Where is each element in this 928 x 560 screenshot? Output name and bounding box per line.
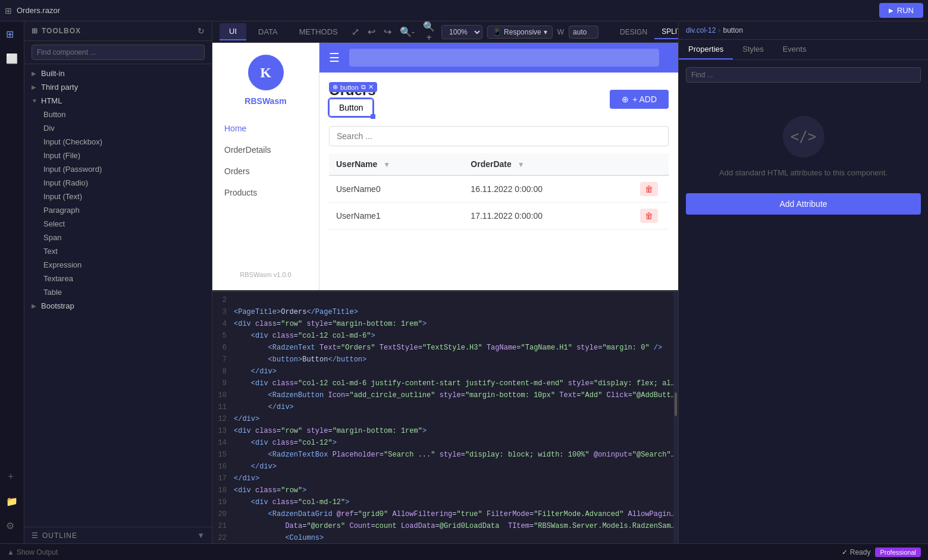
selected-button[interactable]: Button <box>329 99 373 117</box>
tree-item-built-in[interactable]: ▶ Built-in <box>24 67 212 80</box>
line-number: 10 <box>212 389 234 401</box>
breadcrumb-parent[interactable]: div.col-12 <box>686 26 716 34</box>
fullscreen-button[interactable]: ⤢ <box>350 24 361 39</box>
tree-item-select[interactable]: Select <box>24 217 212 231</box>
add-icon[interactable]: ＋ <box>4 468 20 485</box>
code-line: 20 <RadzenDataGrid @ref="grid0" AllowFil… <box>212 508 678 520</box>
orderdate-filter-icon[interactable]: ▼ <box>518 161 525 169</box>
tree-item-input-checkbox[interactable]: Input (Checkbox) <box>24 135 212 149</box>
tree-item-expression[interactable]: Expression <box>24 258 212 272</box>
check-icon: ✓ <box>842 548 848 556</box>
folder-icon[interactable]: 📁 <box>4 493 20 509</box>
nav-item-orders[interactable]: Orders <box>212 161 319 182</box>
toolbox-title-text: TOOLBOX <box>42 27 81 35</box>
toolbox-refresh-button[interactable]: ↻ <box>197 26 205 36</box>
line-number: 3 <box>212 306 234 318</box>
tree-label: Bootstrap <box>41 301 74 310</box>
line-code: <PageTitle>Orders</PageTitle> <box>234 306 678 318</box>
delete-button[interactable]: 🗑 <box>640 182 658 196</box>
zoom-select[interactable]: 100% <box>441 25 482 39</box>
redo-button[interactable]: ↪ <box>382 24 393 39</box>
outline-label: OUTLINE <box>42 531 77 540</box>
tree-item-input-password[interactable]: Input (Password) <box>24 162 212 176</box>
run-label: RUN <box>897 6 914 15</box>
nav-item-home[interactable]: Home <box>212 118 319 139</box>
tree-item-html[interactable]: ▼ HTML <box>24 94 212 108</box>
line-number: 15 <box>212 449 234 461</box>
width-input[interactable] <box>569 26 598 39</box>
delete-button[interactable]: 🗑 <box>640 209 658 223</box>
tree-item-paragraph[interactable]: Paragraph <box>24 203 212 217</box>
show-output-toggle[interactable]: ▲ Show Output <box>7 548 58 556</box>
resize-handle[interactable] <box>371 114 375 119</box>
chevron-down-icon[interactable]: ▼ <box>197 531 205 540</box>
zoom-out-button[interactable]: 🔍- <box>398 24 416 39</box>
tree-item-input-text[interactable]: Input (Text) <box>24 190 212 203</box>
tab-data[interactable]: DATA <box>249 24 287 40</box>
toolbox-search-input[interactable] <box>32 45 205 60</box>
toolbox-icon: ⊞ <box>5 6 12 15</box>
tree-item-button[interactable]: Button <box>24 108 212 121</box>
hamburger-icon[interactable]: ☰ <box>329 51 340 65</box>
tree-leaf-label: Table <box>43 288 62 297</box>
tree-item-text[interactable]: Text <box>24 244 212 258</box>
line-code: <div class="row" style="margin-bottom: 1… <box>234 318 678 330</box>
run-button[interactable]: ▶ RUN <box>879 3 923 18</box>
code-lines: 23<PageTitle>Orders</PageTitle>4<div cla… <box>212 294 678 544</box>
design-tab-button[interactable]: DESIGN <box>613 25 654 39</box>
username-filter-icon[interactable]: ▼ <box>383 161 390 169</box>
settings-icon[interactable]: ⚙ <box>4 518 20 534</box>
code-icon: </> <box>783 116 824 158</box>
tab-ui[interactable]: UI <box>220 23 246 40</box>
components-icon[interactable]: ⊞ <box>4 26 20 42</box>
cell-username: UserName1 <box>329 203 463 229</box>
add-label: + ADD <box>632 95 657 104</box>
line-code: <RadzenButton Icon="add_circle_outline" … <box>234 389 678 401</box>
nav-item-products[interactable]: Products <box>212 182 319 203</box>
tree-item-table[interactable]: Table <box>24 285 212 299</box>
search-input[interactable] <box>329 126 669 146</box>
line-number: 11 <box>212 401 234 413</box>
tab-styles[interactable]: Styles <box>733 40 773 59</box>
tree-leaf-label: Div <box>43 124 55 133</box>
nav-item-orderdetails[interactable]: OrderDetails <box>212 139 319 161</box>
tree-item-third-party[interactable]: ▶ Third party <box>24 80 212 94</box>
button-copy-icon[interactable]: ⧉ <box>361 83 366 91</box>
tree-item-bootstrap[interactable]: ▶ Bootstrap <box>24 299 212 313</box>
chevron-up-icon: ▲ <box>7 548 14 556</box>
tab-properties[interactable]: Properties <box>679 40 733 59</box>
outline-icon: ☰ <box>32 531 39 540</box>
line-code: <button>Button</button> <box>234 354 678 366</box>
add-button[interactable]: ⊕ + ADD <box>610 90 669 109</box>
tab-methods[interactable]: METHODS <box>290 24 347 40</box>
code-line: 13<div class="row" style="margin-bottom:… <box>212 425 678 437</box>
tree-item-input-radio[interactable]: Input (Radio) <box>24 176 212 190</box>
line-number: 13 <box>212 425 234 437</box>
file-title: Orders.razor <box>17 6 60 15</box>
tree-item-span[interactable]: Span <box>24 231 212 244</box>
tree-item-input-file[interactable]: Input (File) <box>24 149 212 162</box>
cell-username: UserName0 <box>329 175 463 203</box>
add-attribute-button[interactable]: Add Attribute <box>686 193 921 215</box>
tree-item-div[interactable]: Div <box>24 121 212 135</box>
properties-search-input[interactable] <box>686 67 921 83</box>
toolbox-grid-icon: ⊞ <box>32 27 38 35</box>
page-header: Orders ⊕ button ⧉ ✕ Button <box>329 82 669 117</box>
topbar-search <box>349 49 659 67</box>
undo-button[interactable]: ↩ <box>366 24 377 39</box>
scroll-indicator[interactable] <box>675 392 677 416</box>
tab-events[interactable]: Events <box>773 40 816 59</box>
col-username-label: UserName <box>336 159 377 169</box>
app-sidebar: K RBSWasm Home OrderDetails Orders Produ… <box>212 43 319 290</box>
line-number: 21 <box>212 520 234 532</box>
tree-item-textarea[interactable]: Textarea <box>24 272 212 285</box>
responsive-select[interactable]: 📱 Responsive ▾ <box>487 26 553 39</box>
status-bar: ▲ Show Output ✓ Ready Professional <box>0 543 928 560</box>
scroll-bar-track[interactable] <box>673 292 678 544</box>
cell-orderdate: 16.11.2022 0:00:00 <box>463 175 633 203</box>
split-tab-button[interactable]: SPLIT <box>654 25 678 39</box>
button-delete-icon[interactable]: ✕ <box>368 83 374 91</box>
pages-icon[interactable]: ⬜ <box>4 51 20 67</box>
line-code: <div class="col-md-12"> <box>234 496 678 508</box>
zoom-in-button[interactable]: 🔍+ <box>421 21 437 45</box>
